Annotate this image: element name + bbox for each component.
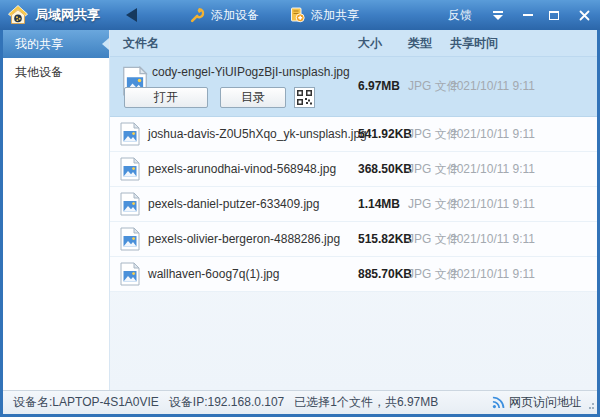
header-share-time[interactable]: 共享时间	[450, 30, 498, 56]
selection-notch	[102, 38, 109, 50]
directory-button[interactable]: 目录	[220, 87, 286, 108]
broadcast-icon	[492, 396, 505, 409]
file-share-time: 2021/10/11 9:11	[450, 222, 535, 256]
file-share-time: 2021/10/11 9:11	[450, 117, 535, 151]
file-name: wallhaven-6oog7q(1).jpg	[148, 257, 279, 291]
file-size: 6.97MB	[358, 57, 400, 115]
table-row[interactable]: pexels-olivier-bergeron-4888286.jpg 515.…	[110, 222, 597, 257]
back-arrow-icon[interactable]	[126, 8, 137, 22]
table-row[interactable]: pexels-arunodhai-vinod-568948.jpg 368.50…	[110, 152, 597, 187]
header-filename[interactable]: 文件名	[123, 30, 159, 56]
table-row[interactable]: pexels-daniel-putzer-633409.jpg 1.14MB J…	[110, 187, 597, 222]
image-file-icon	[120, 227, 140, 251]
feedback-button[interactable]: 反馈	[448, 7, 472, 24]
file-name: pexels-daniel-putzer-633409.jpg	[148, 187, 319, 221]
app-title: 局域网共享	[35, 6, 100, 24]
web-access-link[interactable]: 网页访问地址	[492, 394, 581, 411]
device-name: 设备名:LAPTOP-4S1A0VIE	[13, 394, 159, 411]
file-share-time: 2021/10/11 9:11	[450, 257, 535, 291]
file-size: 885.70KB	[358, 257, 412, 291]
sidebar-item-label: 其他设备	[15, 65, 63, 79]
file-name: cody-engel-YiUIPogzBjI-unsplash.jpg	[152, 65, 350, 79]
header-size[interactable]: 大小	[358, 30, 382, 56]
table-row[interactable]: joshua-davis-Z0U5hXqo_yk-unsplash.jpg 54…	[110, 117, 597, 152]
close-button[interactable]	[574, 7, 594, 23]
status-bar: 设备名:LAPTOP-4S1A0VIE 设备IP:192.168.0.107 已…	[3, 390, 597, 414]
maximize-button[interactable]	[544, 7, 564, 23]
image-file-icon	[120, 122, 140, 146]
file-share-time: 2021/10/11 9:11	[450, 187, 535, 221]
file-share-time: 2021/10/11 9:11	[450, 57, 535, 115]
close-icon	[579, 10, 590, 21]
qr-code-icon	[297, 90, 312, 105]
app-window: 局域网共享 添加设备 添加共享 反馈	[0, 0, 600, 417]
file-size: 368.50KB	[358, 152, 412, 186]
file-size: 515.82KB	[358, 222, 412, 256]
qr-code-button[interactable]	[294, 87, 315, 108]
sidebar: 我的共享 其他设备	[3, 30, 110, 390]
title-bar: 局域网共享 添加设备 添加共享 反馈	[0, 0, 600, 30]
add-device-label: 添加设备	[211, 7, 259, 24]
file-share-time: 2021/10/11 9:11	[450, 152, 535, 186]
header-type[interactable]: 类型	[408, 30, 432, 56]
sidebar-item-my-shares[interactable]: 我的共享	[3, 30, 109, 58]
table-row-selected[interactable]: cody-engel-YiUIPogzBjI-unsplash.jpg 打开 目…	[110, 57, 597, 117]
file-name: joshua-davis-Z0U5hXqo_yk-unsplash.jpg	[148, 117, 367, 151]
resize-grip[interactable]	[586, 403, 594, 411]
sidebar-item-label: 我的共享	[15, 37, 63, 51]
file-size: 1.14MB	[358, 187, 400, 221]
image-file-icon	[120, 262, 140, 286]
add-share-label: 添加共享	[311, 7, 359, 24]
table-row[interactable]: wallhaven-6oog7q(1).jpg 885.70KB JPG 文件 …	[110, 257, 597, 292]
add-document-icon	[289, 7, 305, 23]
web-access-label: 网页访问地址	[509, 394, 581, 411]
table-header: 文件名 大小 类型 共享时间	[110, 30, 597, 57]
sidebar-item-other-devices[interactable]: 其他设备	[3, 58, 109, 86]
file-size: 541.92KB	[358, 117, 412, 151]
device-ip: 设备IP:192.168.0.107	[169, 394, 284, 411]
file-list-panel: 文件名 大小 类型 共享时间 cody-engel-YiUIPogzBjI-un…	[110, 30, 597, 390]
main-menu-icon[interactable]	[488, 7, 508, 23]
file-name: pexels-olivier-bergeron-4888286.jpg	[148, 222, 340, 256]
image-file-icon	[120, 192, 140, 216]
add-share-button[interactable]: 添加共享	[289, 7, 359, 24]
house-share-icon	[7, 4, 29, 26]
open-button[interactable]: 打开	[124, 87, 208, 108]
titlebar-right-group: 反馈	[448, 7, 600, 24]
window-body: 我的共享 其他设备 文件名 大小 类型 共享时间	[3, 30, 597, 390]
add-device-button[interactable]: 添加设备	[189, 7, 259, 24]
image-file-icon	[120, 157, 140, 181]
selection-summary: 已选择1个文件，共6.97MB	[294, 394, 438, 411]
file-name: pexels-arunodhai-vinod-568948.jpg	[148, 152, 336, 186]
wrench-icon	[189, 7, 205, 23]
minimize-button[interactable]	[518, 7, 538, 23]
